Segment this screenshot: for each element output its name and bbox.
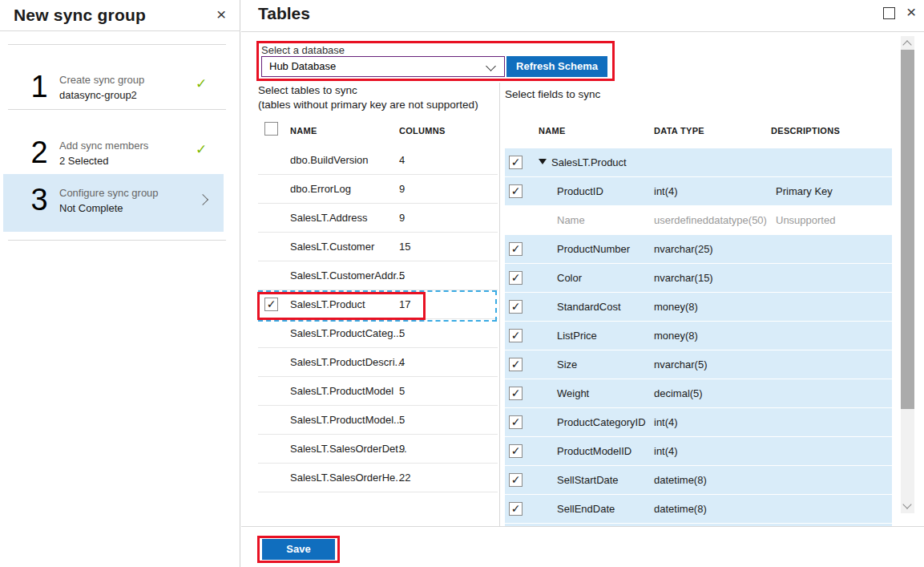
scroll-up-icon[interactable] xyxy=(902,40,911,49)
save-button[interactable]: Save xyxy=(262,539,335,560)
table-row[interactable]: SalesLT.Customer15 xyxy=(258,233,498,261)
row-checkbox[interactable]: ✓ xyxy=(509,358,523,371)
table-name-cell: dbo.ErrorLog xyxy=(290,183,351,195)
fields-column-header-datatype: DATA TYPE xyxy=(654,126,704,136)
select-fields-caption: Select fields to sync xyxy=(505,88,600,100)
row-checkbox[interactable]: ✓ xyxy=(509,156,523,169)
field-datatype-cell: money(8) xyxy=(654,301,698,313)
field-datatype-cell: money(8) xyxy=(654,330,698,342)
table-row[interactable]: dbo.ErrorLog9 xyxy=(258,175,498,204)
scroll-down-icon[interactable] xyxy=(902,500,911,508)
divider xyxy=(8,109,226,110)
row-checkbox[interactable]: ✓ xyxy=(509,300,523,314)
table-row[interactable]: SalesLT.Address9 xyxy=(258,204,498,233)
list-item[interactable]: ✓Weightdecimal(5) xyxy=(505,379,892,407)
table-row[interactable]: SalesLT.ProductModel5 xyxy=(258,377,498,406)
table-row[interactable]: SalesLT.ProductCateg...5 xyxy=(258,319,498,348)
field-name-cell: ProductModelID xyxy=(557,445,631,457)
field-datatype-cell: int(4) xyxy=(654,445,678,457)
new-sync-group-panel: New sync group × 1Create sync groupdatas… xyxy=(0,0,240,567)
refresh-schema-button[interactable]: Refresh Schema xyxy=(506,56,607,77)
chevron-down-icon xyxy=(486,61,496,71)
divider xyxy=(241,31,924,32)
select-tables-caption-line2: (tables without primary key are not supp… xyxy=(258,98,478,112)
fields-column-header-descriptions: DESCRIPTIONS xyxy=(771,126,840,136)
field-name-cell: SellEndDate xyxy=(557,503,615,515)
row-checkbox[interactable]: ✓ xyxy=(509,329,523,342)
row-checkbox[interactable]: ✓ xyxy=(509,242,523,256)
field-datatype-cell: decimal(5) xyxy=(654,387,703,399)
row-checkbox[interactable]: ✓ xyxy=(264,298,278,311)
list-item[interactable]: ✓Sizenvarchar(5) xyxy=(505,350,892,379)
field-name-cell: StandardCost xyxy=(557,301,621,313)
table-columns-cell: 17 xyxy=(399,298,410,310)
table-columns-cell: 5 xyxy=(399,269,405,281)
list-item[interactable]: ✓ProductCategoryIDint(4) xyxy=(505,408,892,436)
row-checkbox[interactable]: ✓ xyxy=(509,415,523,429)
divider xyxy=(0,30,240,31)
step-item-1[interactable]: 1Create sync groupdatasync-group2✓ xyxy=(3,61,224,119)
field-datatype-cell: nvarchar(25) xyxy=(654,243,713,255)
database-dropdown[interactable]: Hub Database xyxy=(261,56,505,77)
tables-column-header-columns: COLUMNS xyxy=(399,126,446,136)
close-icon[interactable]: × xyxy=(216,6,226,22)
list-item[interactable]: Nameuserdefineddatatype(50)Unsupported xyxy=(505,206,892,234)
table-columns-cell: 22 xyxy=(399,472,410,484)
table-columns-cell: 4 xyxy=(399,154,405,166)
row-checkbox[interactable]: ✓ xyxy=(509,271,523,285)
collapse-icon[interactable] xyxy=(539,159,547,164)
blade-title: Tables xyxy=(258,4,310,23)
maximize-icon[interactable] xyxy=(883,7,895,19)
table-row[interactable]: SalesLT.SalesOrderDet...9 xyxy=(258,435,498,464)
table-name-cell: SalesLT.ProductModel xyxy=(290,385,393,397)
table-name-cell: SalesLT.Address xyxy=(290,212,368,224)
select-tables-caption-line1: Select tables to sync xyxy=(258,83,478,98)
check-icon: ✓ xyxy=(196,141,207,158)
step-item-3[interactable]: 3Configure sync groupNot Complete xyxy=(3,174,224,232)
table-name-cell: SalesLT.SalesOrderDet... xyxy=(290,443,407,455)
table-columns-cell: 15 xyxy=(399,241,410,253)
row-checkbox[interactable]: ✓ xyxy=(509,444,523,458)
list-item[interactable]: ✓ProductModelIDint(4) xyxy=(505,437,892,465)
table-columns-cell: 9 xyxy=(399,212,405,224)
list-item[interactable]: ✓Colornvarchar(15) xyxy=(505,264,892,292)
database-dropdown-value: Hub Database xyxy=(269,60,336,72)
field-datatype-cell: int(4) xyxy=(654,185,678,197)
select-all-tables-checkbox[interactable] xyxy=(264,122,278,136)
row-checkbox[interactable]: ✓ xyxy=(509,387,523,400)
table-row[interactable]: SalesLT.ProductModel...5 xyxy=(258,406,498,435)
table-row[interactable]: dbo.BuildVersion4 xyxy=(258,146,498,175)
list-item[interactable]: ✓StandardCostmoney(8) xyxy=(505,293,892,321)
field-description-cell: Unsupported xyxy=(776,214,835,226)
tables-column-header-name: NAME xyxy=(290,126,317,136)
row-checkbox[interactable]: ✓ xyxy=(509,473,523,487)
close-icon[interactable]: × xyxy=(906,3,916,20)
step-title: Create sync group xyxy=(59,74,144,86)
list-item[interactable]: ✓SalesLT.Product xyxy=(505,148,892,176)
list-item[interactable]: ✓SellStartDatedatetime(8) xyxy=(505,466,892,494)
field-name-cell: ProductNumber xyxy=(557,243,630,255)
list-item[interactable]: ✓ProductNumbernvarchar(25) xyxy=(505,235,892,263)
list-item[interactable]: ✓ProductIDint(4)Primary Key xyxy=(505,177,892,205)
list-item[interactable]: ✓ListPricemoney(8) xyxy=(505,322,892,350)
table-name-cell: SalesLT.CustomerAddr... xyxy=(290,269,405,281)
field-datatype-cell: int(4) xyxy=(654,416,678,428)
table-name-cell: SalesLT.ProductModel... xyxy=(290,414,402,426)
table-columns-cell: 5 xyxy=(399,385,405,397)
table-row[interactable]: SalesLT.SalesOrderHe...22 xyxy=(258,464,498,492)
list-item[interactable]: ✓SellEndDatedatetime(8) xyxy=(505,495,892,523)
row-checkbox[interactable]: ✓ xyxy=(509,502,523,516)
select-tables-caption: Select tables to sync (tables without pr… xyxy=(258,83,478,112)
divider xyxy=(8,240,226,241)
table-row[interactable]: SalesLT.CustomerAddr...5 xyxy=(258,261,498,290)
table-row[interactable]: ✓SalesLT.Product17 xyxy=(258,290,498,319)
row-checkbox[interactable]: ✓ xyxy=(509,184,523,198)
field-datatype-cell: nvarchar(5) xyxy=(654,358,707,371)
scrollbar-thumb[interactable] xyxy=(901,50,914,409)
table-row[interactable]: SalesLT.ProductDescri...4 xyxy=(258,348,498,377)
field-name-cell: Size xyxy=(557,358,577,371)
table-name-cell: SalesLT.SalesOrderHe... xyxy=(290,472,404,484)
vertical-scrollbar[interactable] xyxy=(901,36,914,513)
field-name-cell: SalesLT.Product xyxy=(551,156,627,168)
select-database-label: Select a database xyxy=(261,44,345,56)
